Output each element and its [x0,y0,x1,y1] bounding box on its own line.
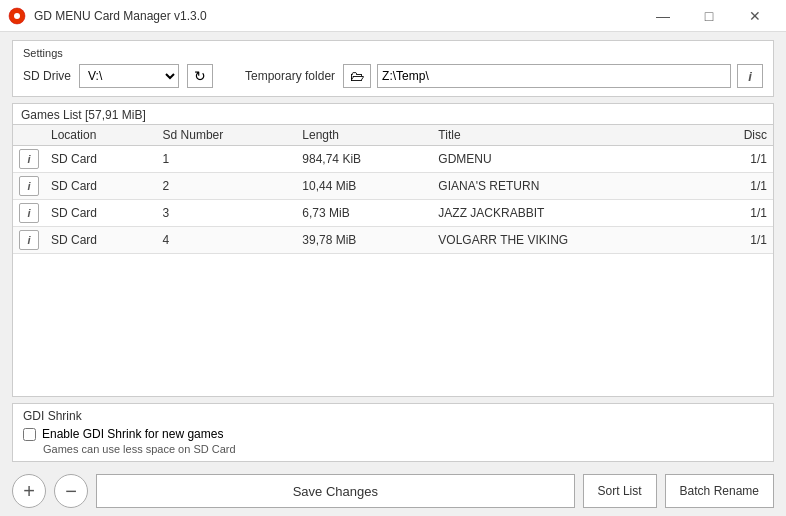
settings-label: Settings [23,47,763,59]
cell-location: SD Card [45,173,157,200]
col-info [13,125,45,146]
games-table: Location Sd Number Length Title Disc iSD… [13,125,773,254]
save-changes-button[interactable]: Save Changes [96,474,575,508]
col-title: Title [432,125,705,146]
cell-disc: 1/1 [705,173,773,200]
table-row: iSD Card1984,74 KiBGDMENU1/1 [13,146,773,173]
cell-title: JAZZ JACKRABBIT [432,200,705,227]
bottom-bar: + − Save Changes Sort List Batch Rename [12,468,774,508]
cell-length: 10,44 MiB [296,173,432,200]
close-button[interactable]: ✕ [732,0,778,32]
sd-drive-select[interactable]: V:\ [79,64,179,88]
cell-length: 984,74 KiB [296,146,432,173]
temp-folder-label: Temporary folder [245,69,335,83]
svg-point-1 [14,13,20,19]
gdi-shrink-checkbox-label: Enable GDI Shrink for new games [42,427,223,441]
games-table-wrapper[interactable]: Location Sd Number Length Title Disc iSD… [13,125,773,396]
batch-rename-button[interactable]: Batch Rename [665,474,774,508]
minimize-button[interactable]: — [640,0,686,32]
table-row: iSD Card210,44 MiBGIANA'S RETURN1/1 [13,173,773,200]
sd-drive-label: SD Drive [23,69,71,83]
sort-list-button[interactable]: Sort List [583,474,657,508]
gdi-checkbox-row: Enable GDI Shrink for new games [23,427,763,441]
app-logo-icon [8,7,26,25]
row-info-button[interactable]: i [19,149,39,169]
cell-disc: 1/1 [705,227,773,254]
row-info-button[interactable]: i [19,176,39,196]
table-header-row: Location Sd Number Length Title Disc [13,125,773,146]
temp-folder-row: 🗁 i [343,64,763,88]
cell-length: 39,78 MiB [296,227,432,254]
cell-location: SD Card [45,146,157,173]
cell-disc: 1/1 [705,146,773,173]
cell-location: SD Card [45,200,157,227]
cell-location: SD Card [45,227,157,254]
games-tbody: iSD Card1984,74 KiBGDMENU1/1iSD Card210,… [13,146,773,254]
main-content: Settings SD Drive V:\ ↻ Temporary folder… [0,32,786,516]
maximize-button[interactable]: □ [686,0,732,32]
titlebar: GD MENU Card Manager v1.3.0 — □ ✕ [0,0,786,32]
table-row: iSD Card439,78 MiBVOLGARR THE VIKING1/1 [13,227,773,254]
cell-sd_number: 3 [157,200,297,227]
remove-game-button[interactable]: − [54,474,88,508]
refresh-button[interactable]: ↻ [187,64,213,88]
table-row: iSD Card36,73 MiBJAZZ JACKRABBIT1/1 [13,200,773,227]
games-list-header: Games List [57,91 MiB] [13,104,773,125]
col-length: Length [296,125,432,146]
cell-title: VOLGARR THE VIKING [432,227,705,254]
browse-folder-button[interactable]: 🗁 [343,64,371,88]
cell-sd_number: 2 [157,173,297,200]
titlebar-left: GD MENU Card Manager v1.3.0 [8,7,207,25]
col-sd-number: Sd Number [157,125,297,146]
titlebar-controls: — □ ✕ [640,0,778,32]
settings-section: Settings SD Drive V:\ ↻ Temporary folder… [12,40,774,97]
games-section: Games List [57,91 MiB] Location Sd Numbe… [12,103,774,397]
row-info-button[interactable]: i [19,203,39,223]
gdi-shrink-note: Games can use less space on SD Card [23,443,763,455]
temp-folder-info-button[interactable]: i [737,64,763,88]
cell-title: GIANA'S RETURN [432,173,705,200]
settings-row: SD Drive V:\ ↻ Temporary folder 🗁 i [23,64,763,88]
cell-disc: 1/1 [705,200,773,227]
gdi-shrink-checkbox[interactable] [23,428,36,441]
cell-sd_number: 4 [157,227,297,254]
temp-folder-input[interactable] [377,64,731,88]
col-location: Location [45,125,157,146]
cell-sd_number: 1 [157,146,297,173]
cell-length: 6,73 MiB [296,200,432,227]
app-title: GD MENU Card Manager v1.3.0 [34,9,207,23]
col-disc: Disc [705,125,773,146]
add-game-button[interactable]: + [12,474,46,508]
gdi-shrink-label: GDI Shrink [23,409,763,423]
cell-title: GDMENU [432,146,705,173]
row-info-button[interactable]: i [19,230,39,250]
gdi-shrink-section: GDI Shrink Enable GDI Shrink for new gam… [12,403,774,462]
